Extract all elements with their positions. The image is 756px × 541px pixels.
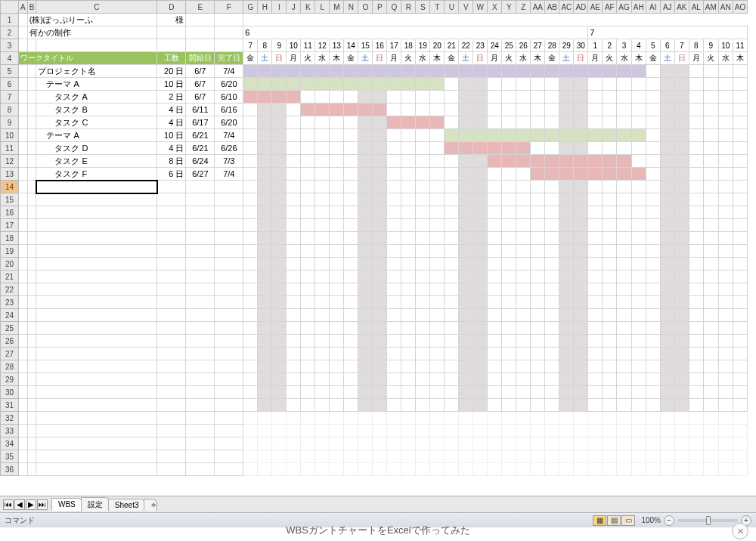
task-title[interactable]: プロジェクト名 xyxy=(36,65,157,78)
close-button[interactable]: ✕ xyxy=(732,523,748,539)
table-row[interactable]: 21 xyxy=(1,270,748,283)
table-row[interactable]: 17 xyxy=(1,219,748,232)
end-date[interactable]: 6/20 xyxy=(215,116,243,129)
tab-first-icon[interactable]: ⏮ xyxy=(3,499,14,510)
table-row[interactable]: 26 xyxy=(1,335,748,348)
tab-sheet3[interactable]: Sheet3 xyxy=(108,499,146,511)
end-date[interactable]: 6/10 xyxy=(215,91,243,104)
table-row[interactable]: 34 xyxy=(1,437,748,450)
tab-nav[interactable]: ⏮◀▶⏭ xyxy=(3,499,48,510)
table-row[interactable]: 25 xyxy=(1,322,748,335)
table-row[interactable]: 24 xyxy=(1,309,748,322)
effort[interactable]: 20 日 xyxy=(157,65,186,78)
effort[interactable]: 10 日 xyxy=(157,129,186,142)
table-row[interactable]: 6 テーマ A10 日6/76/20 xyxy=(1,78,748,91)
table-row[interactable]: 8 タスク B4 日6/116/16 xyxy=(1,104,748,116)
table-row[interactable]: 13 タスク F6 日6/277/4 xyxy=(1,168,748,181)
task-title[interactable]: タスク F xyxy=(36,168,157,181)
table-row[interactable]: 22 xyxy=(1,283,748,296)
caption-text: WBSガントチャートをExcelで作ってみた xyxy=(0,520,756,541)
col-D[interactable]: D xyxy=(157,1,186,14)
table-row[interactable]: 31 xyxy=(1,399,748,412)
table-row[interactable]: 16 xyxy=(1,206,748,219)
tab-new-icon[interactable]: ✧ xyxy=(144,499,157,511)
table-row[interactable]: 9 タスク C4 日6/176/20 xyxy=(1,116,748,129)
task-title[interactable]: タスク B xyxy=(36,104,157,116)
table-row[interactable]: 20 xyxy=(1,258,748,270)
honor-cell[interactable]: 様 xyxy=(157,14,186,26)
row-2[interactable]: 2何かの制作 6 7 xyxy=(1,26,748,39)
table-row[interactable]: 35 xyxy=(1,450,748,463)
table-row[interactable]: 5プロジェクト名20 日6/77/4 xyxy=(1,65,748,78)
tab-settings[interactable]: 設定 xyxy=(81,497,110,512)
col-B[interactable]: B xyxy=(27,1,36,14)
effort[interactable]: 4 日 xyxy=(157,142,186,155)
start-date[interactable]: 6/7 xyxy=(186,91,215,104)
table-row[interactable]: 11 タスク D4 日6/216/26 xyxy=(1,142,748,155)
tab-prev-icon[interactable]: ◀ xyxy=(14,499,25,510)
hdr-title: ワークタイトル xyxy=(19,52,157,65)
table-row[interactable]: 30 xyxy=(1,386,748,399)
start-date[interactable]: 6/27 xyxy=(186,168,215,181)
effort[interactable]: 10 日 xyxy=(157,78,186,91)
row-3-days[interactable]: 3 78910111213141516171819202122232425262… xyxy=(1,39,748,52)
project-label-cell[interactable]: 何かの制作 xyxy=(27,26,157,39)
row-1[interactable]: 1(株)ぽっぷりーふ様 xyxy=(1,14,748,26)
table-row[interactable]: 15 xyxy=(1,193,748,206)
start-date[interactable]: 6/21 xyxy=(186,129,215,142)
col-A[interactable]: A xyxy=(19,1,28,14)
table-row[interactable]: 29 xyxy=(1,373,748,386)
col-F[interactable]: F xyxy=(215,1,243,14)
task-title[interactable]: テーマ A xyxy=(36,129,157,142)
tab-wbs[interactable]: WBS xyxy=(51,498,82,511)
column-header-row[interactable]: A B C D E F GHIJKLMNOPQRSTUVWXYZAAABACAD… xyxy=(1,1,748,14)
row-4-header[interactable]: 4 ワークタイトル 工数 開始日 完了日 金土日月火水木金土日月火水木金土日月火… xyxy=(1,52,748,65)
end-date[interactable]: 7/4 xyxy=(215,65,243,78)
table-row[interactable]: 7 タスク A2 日6/76/10 xyxy=(1,91,748,104)
select-all-corner[interactable] xyxy=(1,1,19,14)
end-date[interactable]: 7/4 xyxy=(215,129,243,142)
task-title[interactable]: タスク C xyxy=(36,116,157,129)
col-C[interactable]: C xyxy=(36,1,157,14)
table-row[interactable]: 28 xyxy=(1,360,748,373)
table-row[interactable]: 12 タスク E8 日6/247/3 xyxy=(1,155,748,168)
table-row[interactable]: 33 xyxy=(1,425,748,437)
task-title[interactable]: タスク E xyxy=(36,155,157,168)
end-date[interactable]: 7/3 xyxy=(215,155,243,168)
table-row[interactable]: 19 xyxy=(1,245,748,258)
table-row[interactable]: 32 xyxy=(1,412,748,425)
start-date[interactable]: 6/21 xyxy=(186,142,215,155)
start-date[interactable]: 6/7 xyxy=(186,78,215,91)
table-row[interactable]: 36 xyxy=(1,463,748,476)
table-row[interactable]: 27 xyxy=(1,348,748,360)
row-14[interactable]: 14 xyxy=(1,181,748,193)
effort[interactable]: 8 日 xyxy=(157,155,186,168)
tab-last-icon[interactable]: ⏭ xyxy=(37,499,48,510)
company-cell[interactable]: (株)ぽっぷりーふ xyxy=(27,14,157,26)
start-date[interactable]: 6/11 xyxy=(186,104,215,116)
task-title[interactable]: タスク A xyxy=(36,91,157,104)
end-date[interactable]: 6/20 xyxy=(215,78,243,91)
effort[interactable]: 6 日 xyxy=(157,168,186,181)
table-row[interactable]: 10 テーマ A10 日6/217/4 xyxy=(1,129,748,142)
grid[interactable]: A B C D E F GHIJKLMNOPQRSTUVWXYZAAABACAD… xyxy=(0,0,748,476)
active-cell[interactable] xyxy=(36,181,157,193)
start-date[interactable]: 6/7 xyxy=(186,65,215,78)
col-E[interactable]: E xyxy=(186,1,215,14)
tab-next-icon[interactable]: ▶ xyxy=(26,499,36,510)
task-title[interactable]: テーマ A xyxy=(36,78,157,91)
table-row[interactable]: 18 xyxy=(1,232,748,245)
start-date[interactable]: 6/24 xyxy=(186,155,215,168)
effort[interactable]: 4 日 xyxy=(157,116,186,129)
end-date[interactable]: 6/16 xyxy=(215,104,243,116)
table-row[interactable]: 23 xyxy=(1,296,748,309)
task-title[interactable]: タスク D xyxy=(36,142,157,155)
effort[interactable]: 2 日 xyxy=(157,91,186,104)
sheet-tabs[interactable]: ⏮◀▶⏭ WBS 設定 Sheet3 ✧ xyxy=(0,496,756,512)
spreadsheet-area[interactable]: A B C D E F GHIJKLMNOPQRSTUVWXYZAAABACAD… xyxy=(0,0,756,496)
end-date[interactable]: 6/26 xyxy=(215,142,243,155)
effort[interactable]: 4 日 xyxy=(157,104,186,116)
end-date[interactable]: 7/4 xyxy=(215,168,243,181)
start-date[interactable]: 6/17 xyxy=(186,116,215,129)
hdr-end: 完了日 xyxy=(215,52,243,65)
